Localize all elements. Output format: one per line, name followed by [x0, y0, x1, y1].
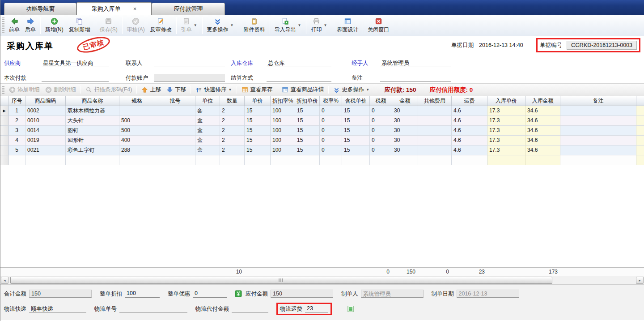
grid-cell[interactable]: 100 — [271, 136, 295, 146]
grid-cell[interactable]: 15 — [342, 146, 370, 155]
grid-cell[interactable]: 15 — [295, 126, 320, 136]
dropdown-caret-icon[interactable]: ▼ — [194, 23, 197, 27]
grid-cell[interactable]: 15 — [342, 136, 370, 146]
grid-cell[interactable]: 100 — [271, 116, 295, 126]
column-header[interactable]: 数量 — [220, 96, 245, 106]
scroll-left-button[interactable]: ◄ — [1, 277, 8, 284]
more-ops-button[interactable]: 更多操作▼ — [204, 16, 237, 35]
column-header[interactable]: 商品名称 — [66, 96, 119, 106]
grid-cell[interactable]: 15 — [295, 146, 320, 155]
grid-cell[interactable]: 0 — [320, 136, 342, 146]
doc-date-field[interactable]: 2016-12-13 14:40 — [478, 41, 531, 49]
grid-cell[interactable] — [245, 155, 271, 165]
grid-cell[interactable]: 0010 — [25, 116, 66, 126]
grid-cell[interactable] — [418, 116, 452, 126]
row-indicator[interactable] — [0, 136, 8, 146]
grid-cell[interactable] — [370, 155, 392, 165]
grid-cell[interactable] — [525, 155, 560, 165]
grid-cell[interactable]: 15 — [342, 106, 370, 116]
grid-cell[interactable]: 2 — [220, 116, 245, 126]
grid-cell[interactable]: 套 — [195, 106, 220, 116]
grid-cell[interactable]: 100 — [271, 146, 295, 155]
grid-cell[interactable]: 17.3 — [487, 106, 525, 116]
maker-input[interactable]: 系统管理员 — [361, 290, 424, 298]
new-button[interactable]: 新增(N) — [42, 16, 66, 35]
column-header[interactable]: 入库单价 — [487, 96, 525, 106]
table-row[interactable]: 20010大头针500盒215100150150304.617.334.6 — [0, 116, 644, 126]
grid-cell[interactable] — [418, 136, 452, 146]
table-row[interactable]: 30014图钉500盒215100150150304.617.334.6 — [0, 126, 644, 136]
grid-cell[interactable] — [195, 155, 220, 165]
grid-cell[interactable]: 0 — [320, 146, 342, 155]
settlement-input[interactable] — [267, 74, 331, 82]
grid-cell[interactable] — [636, 136, 644, 146]
grid-cell[interactable]: 15 — [342, 126, 370, 136]
doc-number-field[interactable]: CGRKD-20161213-0003 — [567, 41, 637, 50]
grid-cell[interactable] — [418, 106, 452, 116]
more-ops-detail-button[interactable]: 更多操作▼ — [330, 85, 373, 95]
grid-cell[interactable]: 17.3 — [487, 116, 525, 126]
column-header[interactable]: 折扣单价 — [295, 96, 320, 106]
grid-cell[interactable] — [560, 116, 636, 126]
column-header[interactable]: 其他费用 — [418, 96, 452, 106]
grid-cell[interactable]: 2 — [8, 116, 25, 126]
grid-cell[interactable] — [560, 106, 636, 116]
remark-input[interactable] — [380, 74, 451, 82]
grid-cell[interactable]: 100 — [271, 126, 295, 136]
grid-cell[interactable]: 0 — [370, 106, 392, 116]
attachments-button[interactable]: 附件资料 — [241, 16, 268, 35]
detail-toolbar-grip[interactable] — [2, 86, 4, 94]
grid-cell[interactable]: 0019 — [25, 136, 66, 146]
grid-cell[interactable]: 34.6 — [525, 116, 560, 126]
column-header[interactable]: 金额 — [392, 96, 418, 106]
grid-cell[interactable]: 4.6 — [452, 146, 487, 155]
column-header[interactable]: 折扣率% — [271, 96, 295, 106]
next-order-button[interactable]: 后单 — [22, 16, 38, 35]
total-amount-input[interactable]: 150 — [29, 290, 92, 298]
grid-cell[interactable] — [8, 155, 25, 165]
table-row[interactable]: 40019回形针400盒215100150150304.617.334.6 — [0, 136, 644, 146]
grid-cell[interactable]: 15 — [245, 136, 271, 146]
order-discount-input[interactable]: 100 — [125, 290, 160, 298]
prev-order-button[interactable]: 前单 — [6, 16, 22, 35]
grid-cell[interactable]: 4 — [8, 136, 25, 146]
grid-cell[interactable] — [155, 136, 195, 146]
column-header[interactable]: 单价 — [245, 96, 271, 106]
table-row[interactable]: ▶10002双林木柄拉力器套215100150150304.617.334.6 — [0, 106, 644, 116]
grid-cell[interactable]: 100 — [271, 106, 295, 116]
grid-cell[interactable] — [418, 146, 452, 155]
grid-cell[interactable]: 15 — [295, 106, 320, 116]
quick-sort-button[interactable]: 快速排序▼ — [193, 85, 235, 95]
grid-cell[interactable]: 0 — [370, 116, 392, 126]
pull-order-button[interactable]: 引单▼ — [178, 16, 200, 35]
grid-cell[interactable]: 0 — [370, 146, 392, 155]
grid-cell[interactable] — [636, 126, 644, 136]
row-indicator[interactable] — [0, 116, 8, 126]
grid-cell[interactable]: 盒 — [195, 146, 220, 155]
grid-cell[interactable]: 0 — [370, 136, 392, 146]
save-button[interactable]: 保存(S) — [97, 16, 120, 35]
dropdown-caret-icon[interactable]: ▼ — [228, 88, 232, 92]
grid-cell[interactable]: 5 — [8, 146, 25, 155]
grid-cell[interactable] — [320, 155, 342, 165]
grid-cell[interactable]: 30 — [392, 126, 418, 136]
grid-cell[interactable]: 大头针 — [66, 116, 119, 126]
grid-cell[interactable] — [25, 155, 66, 165]
grid-cell[interactable] — [452, 155, 487, 165]
grid-cell[interactable] — [392, 155, 418, 165]
grid-cell[interactable]: 彩色工字钉 — [66, 146, 119, 155]
row-indicator[interactable] — [0, 146, 8, 155]
payment-input[interactable] — [42, 74, 109, 82]
grid-cell[interactable]: 30 — [392, 106, 418, 116]
audit-button[interactable]: 审核(A) — [124, 16, 148, 35]
grid-cell[interactable] — [155, 116, 195, 126]
make-date-input[interactable]: 2016-12-13 — [457, 290, 519, 298]
grid-cell[interactable]: 2 — [220, 146, 245, 155]
grid-cell[interactable]: 288 — [119, 146, 155, 155]
grid-cell[interactable]: 盒 — [195, 136, 220, 146]
grid-cell[interactable]: 0 — [320, 106, 342, 116]
tab-function-nav[interactable]: 功能导航窗 — [4, 3, 76, 15]
grid-cell[interactable]: 15 — [245, 116, 271, 126]
grid-cell[interactable]: 34.6 — [525, 136, 560, 146]
grid-cell[interactable]: 2 — [220, 136, 245, 146]
